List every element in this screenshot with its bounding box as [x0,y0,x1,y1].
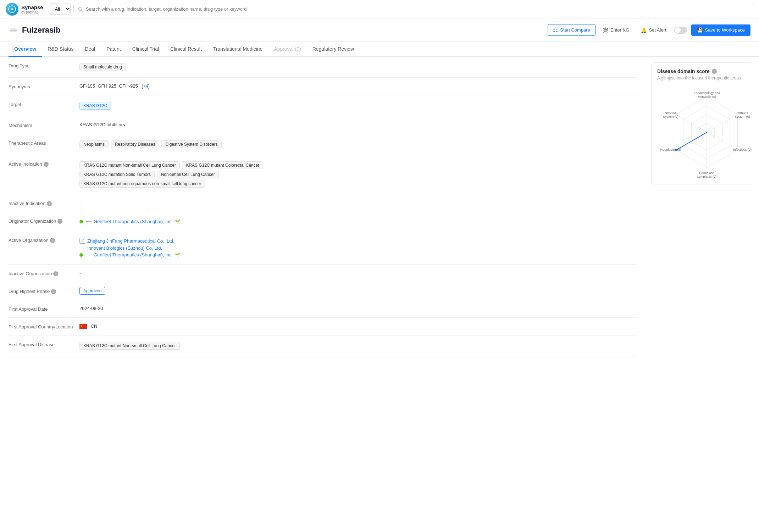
active-org-name-3[interactable]: Genfleet Therapeutics (Shanghai), Inc. [94,252,173,257]
synonyms-more[interactable]: [+4] [142,83,150,89]
active-org-entry-2: → Innovent Biologics (Suzhou) Co. Ltd. [79,245,637,251]
svg-text:Lymphatic (0): Lymphatic (0) [697,175,716,178]
drug-header: Fulzerasib ☷ Start Compare 🕸 Enter KG 🔔 … [0,18,759,42]
logo-icon [6,3,18,16]
svg-text:Metabolic (0): Metabolic (0) [698,95,716,99]
disease-subtitle: A glimpse into the focused therapeutic a… [657,76,747,81]
drug-pill-icon [9,25,18,35]
first-approval-date-value: 2024-08-20 [79,306,637,311]
tab-clinical-trial[interactable]: Clinical Trial [127,42,165,57]
svg-text:Immune: Immune [737,111,748,115]
active-org-name-1[interactable]: Zhejiang JinFang Pharmaceutical Co., Ltd… [87,238,174,244]
active-indication-info-icon[interactable]: i [44,162,49,167]
content-left: Drug Type Small molecule drug Synonyms G… [0,57,646,356]
sprout-icon-2: 🌱 [175,253,180,257]
search-box[interactable] [73,4,753,14]
inactive-indication-value: - [79,200,637,205]
ai-tag-5[interactable]: KRAS G12C mutant non-squamous non-small … [79,180,205,188]
ta-tag-2[interactable]: Respiratory Diseases [111,140,159,148]
inactive-org-row: Inactive Organization i - [9,265,637,282]
svg-line-2 [81,10,83,11]
active-org-entry-3: Genfleet Therapeutics (Shanghai), Inc. 🌱 [79,252,637,257]
logo: Synapse by patsnap [6,3,43,16]
inactive-org-value: - [79,270,637,276]
target-tag[interactable]: KRAS G12C [79,102,111,110]
ai-tag-4[interactable]: Non-Small Cell Lung Cancer [157,171,219,178]
active-org-value: 📄 Zhejiang JinFang Pharmaceutical Co., L… [79,237,637,259]
disease-card: Disease domain score i A glimpse into th… [651,62,753,184]
tab-patent[interactable]: Patent [101,42,126,57]
start-compare-button[interactable]: ☷ Start Compare [548,24,595,36]
originator-org-entry-1: Genfleet Therapeutics (Shanghai), Inc. 🌱 [79,219,637,224]
set-alert-button[interactable]: 🔔 Set Alert [637,25,670,35]
app-by: by patsnap [21,10,43,14]
org-line-icon-2 [86,255,91,255]
sprout-icon: 🌱 [175,219,180,224]
therapeutic-areas-value: Neoplasms Respiratory Diseases Digestive… [79,140,637,149]
synonyms-row: Synonyms GF-105 GFH 925 GFH-925 [+4] [9,78,637,95]
originator-org-info-icon[interactable]: i [57,219,62,224]
active-indication-row: Active Indication i KRAS G12C mutant Non… [9,155,637,194]
tab-rd-status[interactable]: R&D Status [42,42,79,57]
disease-info-icon[interactable]: i [712,69,717,74]
inactive-indication-info-icon[interactable]: i [47,201,52,206]
mechanism-value: KRAS G12C inhibitors [79,122,637,127]
tab-deal[interactable]: Deal [79,42,101,57]
ai-tag-2[interactable]: KRAS G12C mutant Colorectal Cancer [182,161,263,169]
originator-org-value: Genfleet Therapeutics (Shanghai), Inc. 🌱 [79,218,637,225]
active-org-label: Active Organization i [9,237,79,243]
ta-tag-1[interactable]: Neoplasms [79,140,109,148]
inactive-indication-row: Inactive Indication i - [9,194,637,212]
target-value: KRAS G12C [79,101,637,110]
therapeutic-areas-label: Therapeutic Areas [9,140,79,146]
drug-type-tag: Small molecule drug [79,63,126,71]
search-type-select[interactable]: All [49,4,70,14]
topbar: Synapse by patsnap All [0,0,759,18]
disease-domain-panel: Disease domain score i A glimpse into th… [646,57,759,356]
drug-type-label: Drug Type [9,62,79,68]
target-row: Target KRAS G12C [9,95,637,116]
tab-regulatory[interactable]: Regulatory Review [307,42,360,57]
svg-text:Nervous: Nervous [665,111,677,115]
first-approval-disease-tag: KRAS G12C mutant Non-small Cell Lung Can… [79,342,180,350]
org-line-icon [86,221,91,222]
main-content: Drug Type Small molecule drug Synonyms G… [0,57,759,356]
search-type-dropdown[interactable]: All [49,4,71,15]
tab-overview[interactable]: Overview [9,42,42,57]
first-approval-country-label: First Approval Country/Location [9,323,79,329]
active-org-name-2[interactable]: Innovent Biologics (Suzhou) Co. Ltd. [87,245,162,251]
mechanism-label: Mechanism [9,122,79,128]
active-org-info-icon[interactable]: i [50,238,55,243]
alert-toggle[interactable] [674,27,687,34]
alert-icon: 🔔 [641,27,647,33]
ai-tag-3[interactable]: KRAS G12C mutation Solid Tumors [79,171,155,178]
compare-icon: ☷ [553,27,558,33]
org-name-1[interactable]: Genfleet Therapeutics (Shanghai), Inc. [94,219,173,224]
first-approval-country-value: ★ CN [79,323,637,329]
search-icon [78,7,83,12]
ta-tag-3[interactable]: Digestive System Disorders [161,140,221,148]
active-org-row: Active Organization i 📄 Zhejiang JinFang… [9,231,637,265]
tab-approval: Approval (0) [268,42,306,57]
inactive-org-label: Inactive Organization i [9,270,79,276]
inactive-org-info-icon[interactable]: i [53,271,58,276]
target-label: Target [9,101,79,107]
ai-tag-1[interactable]: KRAS G12C mutant Non-small Cell Lung Can… [79,161,180,169]
tab-translational[interactable]: Translational Medicine [207,42,268,57]
svg-text:System (0): System (0) [735,115,750,118]
radar-svg: .grid-line { stroke: #ddd; stroke-width:… [657,86,757,178]
header-actions: ☷ Start Compare 🕸 Enter KG 🔔 Set Alert 💾… [548,24,750,36]
tab-clinical-result[interactable]: Clinical Result [165,42,207,57]
first-approval-date-row: First Approval Date 2024-08-20 [9,300,637,318]
drug-highest-phase-label: Drug Highest Phase i [9,288,79,294]
search-input[interactable] [86,6,749,12]
arrow-right-icon: → [79,245,85,251]
enter-kg-button[interactable]: 🕸 Enter KG [600,25,633,35]
drug-type-value: Small molecule drug [79,62,637,72]
drug-phase-info-icon[interactable]: i [51,289,56,294]
originator-org-row: Originator Organization i Genfleet Thera… [9,212,637,231]
therapeutic-areas-row: Therapeutic Areas Neoplasms Respiratory … [9,134,637,155]
inactive-indication-label: Inactive Indication i [9,200,79,206]
save-icon: 💾 [697,27,703,33]
save-workspace-button[interactable]: 💾 Save to Workspace [691,24,750,36]
